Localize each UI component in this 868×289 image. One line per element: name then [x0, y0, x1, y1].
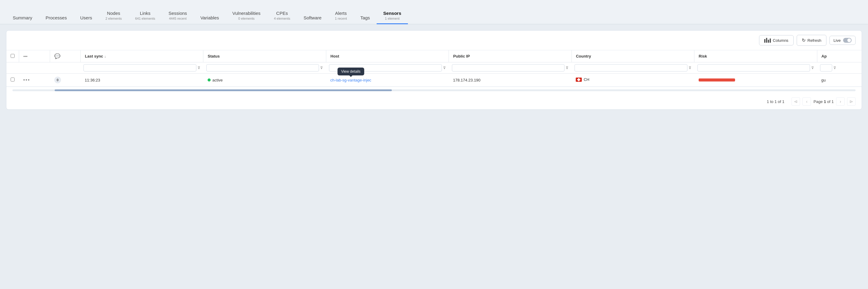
tab-summary-label: Summary [13, 15, 32, 20]
tab-summary[interactable]: Summary [6, 11, 39, 24]
country-label: Country [576, 54, 591, 59]
status-header[interactable]: Status [203, 50, 326, 62]
row-status: active [212, 78, 223, 82]
scrollbar-thumb[interactable] [55, 89, 392, 91]
next-page-button[interactable]: › [836, 97, 845, 106]
columns-icon [764, 38, 771, 43]
risk-label: Risk [699, 54, 707, 59]
filter-status-icon[interactable]: ⊽ [320, 66, 323, 70]
scrollbar-row [6, 87, 862, 94]
tab-sensors-sub: 1 element [385, 17, 399, 20]
filter-ap-icon[interactable]: ⊽ [833, 66, 836, 70]
filter-risk-icon[interactable]: ⊽ [811, 66, 814, 70]
tab-links-label: Links [140, 11, 151, 16]
table-body: ••• 0 11:36:23 active ch-lab-sg-vantage-… [6, 74, 862, 87]
filter-public-ip-icon[interactable]: ⊽ [566, 66, 568, 70]
tab-software[interactable]: Software [297, 11, 328, 24]
public-ip-header[interactable]: Public IP [449, 50, 571, 62]
row-public-ip-cell: 178.174.23.190 [449, 74, 571, 87]
host-header[interactable]: Host [326, 50, 448, 62]
filter-row: ⊽ ⊽ ⊽ [6, 62, 862, 74]
row-comment-count: 0 [54, 77, 61, 83]
refresh-button[interactable]: ↻ Refresh [797, 35, 827, 46]
actions-header: ••• [19, 50, 50, 62]
row-last-sync-cell: 11:36:23 [81, 74, 203, 87]
filter-risk-input[interactable] [698, 64, 810, 71]
tab-sensors[interactable]: Sensors1 element [377, 7, 408, 24]
tab-nodes-sub: 2 elements [105, 17, 122, 20]
filter-country-input[interactable] [575, 64, 687, 71]
prev-page-button[interactable]: ‹ [802, 97, 811, 106]
tab-users[interactable]: Users [73, 11, 99, 24]
table-wrapper: ••• 💬 Last sync ↓ Status [6, 50, 862, 87]
comment-icon: 💬 [54, 53, 60, 59]
filter-last-sync-input[interactable] [84, 64, 196, 71]
row-ap: gu [821, 78, 826, 82]
row-more-options[interactable]: ••• [23, 77, 30, 82]
tab-alerts-sub: 1 recent [335, 17, 347, 20]
tab-links[interactable]: Links641 elements [128, 7, 162, 24]
sort-icon: ↓ [104, 55, 106, 58]
host-label: Host [331, 54, 339, 59]
row-public-ip: 178.174.23.190 [453, 78, 480, 82]
live-toggle[interactable]: Live [830, 36, 856, 45]
last-sync-header[interactable]: Last sync ↓ [81, 50, 203, 62]
filter-public-ip-cell: ⊽ [449, 62, 571, 74]
comment-header: 💬 [50, 50, 81, 62]
columns-button[interactable]: Columns [759, 35, 793, 45]
tab-variables[interactable]: Variables [194, 11, 225, 24]
sensors-table: ••• 💬 Last sync ↓ Status [6, 50, 862, 87]
tab-links-sub: 641 elements [135, 17, 155, 20]
ap-header[interactable]: Ap [817, 50, 862, 62]
table-header-row: ••• 💬 Last sync ↓ Status [6, 50, 862, 62]
risk-header[interactable]: Risk [694, 50, 817, 62]
live-toggle-switch[interactable] [843, 38, 851, 43]
row-country: CH [584, 77, 589, 82]
tab-sessions-sub: 4445 recent [169, 17, 187, 20]
filter-ap-cell: ⊽ [817, 62, 862, 74]
filter-last-sync-icon[interactable]: ⊽ [197, 66, 200, 70]
ap-label: Ap [822, 54, 827, 59]
filter-status-input[interactable] [206, 64, 319, 71]
nav-tabs: SummaryProcessesUsersNodes2 elementsLink… [0, 0, 868, 24]
filter-host-icon[interactable]: ⊽ [443, 66, 446, 70]
tab-cpes-label: CPEs [276, 11, 288, 16]
tab-alerts[interactable]: Alerts1 recent [328, 7, 353, 24]
tab-processes-label: Processes [45, 15, 67, 20]
table-row: ••• 0 11:36:23 active ch-lab-sg-vantage-… [6, 74, 862, 87]
filter-actions-cell [19, 62, 50, 74]
tab-sensors-label: Sensors [383, 11, 401, 16]
scrollbar-track[interactable] [12, 89, 856, 91]
refresh-label: Refresh [808, 38, 822, 43]
first-page-button[interactable]: ⊲ [792, 97, 800, 106]
filter-risk-cell: ⊽ [694, 62, 817, 74]
tab-cpes[interactable]: CPEs4 elements [267, 7, 297, 24]
status-active-dot [208, 78, 211, 81]
live-label: Live [833, 38, 841, 43]
filter-host-input[interactable] [329, 64, 442, 71]
row-host-link[interactable]: ch-lab-sg-vantage-injec [330, 78, 371, 82]
tab-nodes[interactable]: Nodes2 elements [99, 7, 128, 24]
panel: Columns ↻ Refresh Live [6, 30, 862, 110]
filter-country-cell: ⊽ [571, 62, 694, 74]
filter-ap-input[interactable] [820, 64, 832, 71]
tab-processes[interactable]: Processes [39, 11, 73, 24]
country-header[interactable]: Country [571, 50, 694, 62]
row-risk-cell [694, 74, 817, 87]
page-label: Page 1 of 1 [813, 99, 834, 104]
tab-cpes-sub: 4 elements [274, 17, 290, 20]
last-page-button[interactable]: ⊳ [847, 97, 856, 106]
last-sync-label: Last sync [85, 54, 103, 59]
tab-alerts-label: Alerts [335, 11, 347, 16]
tab-tags[interactable]: Tags [353, 11, 377, 24]
filter-country-icon[interactable]: ⊽ [689, 66, 691, 70]
row-checkbox-cell [6, 74, 19, 87]
filter-public-ip-input[interactable] [452, 64, 564, 71]
flag-icon [576, 78, 582, 82]
row-actions-cell: ••• [19, 74, 50, 87]
tab-sessions-label: Sessions [168, 11, 187, 16]
tab-sessions[interactable]: Sessions4445 recent [162, 7, 194, 24]
row-checkbox[interactable] [11, 78, 14, 81]
tab-vulnerabilities[interactable]: Vulnerabilities0 elements [226, 7, 268, 24]
select-all-checkbox[interactable] [11, 54, 14, 58]
